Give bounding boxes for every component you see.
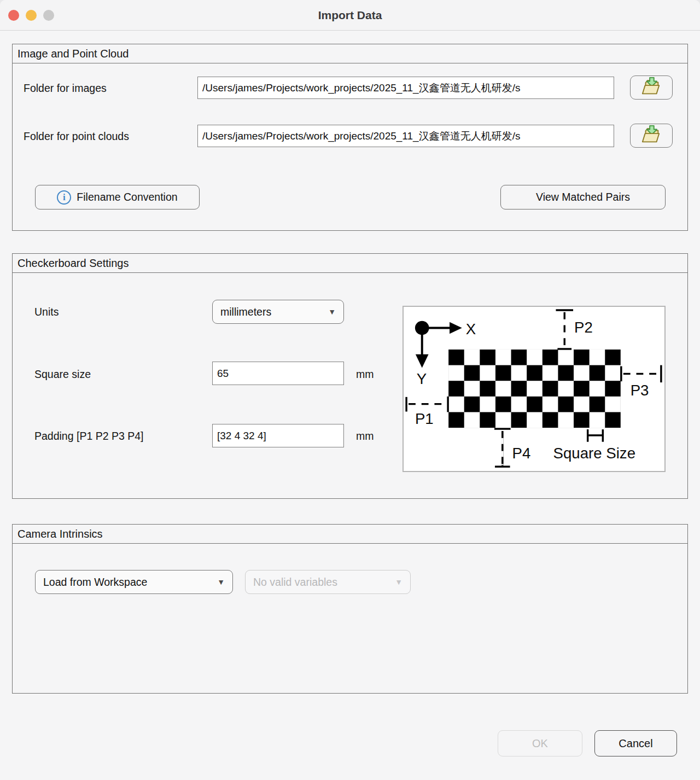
- filename-convention-label: Filename Convention: [77, 191, 177, 203]
- cancel-button[interactable]: Cancel: [594, 730, 677, 756]
- image-point-cloud-group: Image and Point Cloud Folder for images …: [12, 44, 688, 231]
- checkerboard-settings-title: Checkerboard Settings: [13, 254, 687, 273]
- folder-images-input[interactable]: [197, 77, 614, 99]
- p1-label: P1: [415, 410, 434, 427]
- chevron-down-icon: ▼: [217, 578, 225, 586]
- intrinsics-source-value: Load from Workspace: [43, 576, 147, 589]
- info-icon: i: [57, 190, 71, 205]
- y-axis-label: Y: [417, 370, 427, 387]
- folder-images-label: Folder for images: [24, 82, 107, 95]
- checkerboard-settings-group: Checkerboard Settings Units millimeters …: [12, 253, 688, 499]
- image-point-cloud-title: Image and Point Cloud: [13, 44, 687, 63]
- units-value: millimeters: [220, 306, 271, 318]
- padding-input[interactable]: [212, 424, 344, 447]
- p3-label: P3: [631, 382, 649, 399]
- import-data-dialog: Import Data Image and Point Cloud Folder…: [0, 0, 700, 780]
- p2-measure: [556, 310, 573, 349]
- checkerboard-diagram: X Y P1 P2: [402, 306, 666, 472]
- folder-point-clouds-input[interactable]: [197, 125, 614, 147]
- p2-label: P2: [574, 319, 593, 336]
- square-size-diagram-label: Square Size: [553, 445, 636, 462]
- window-title: Import Data: [0, 0, 700, 31]
- ok-button[interactable]: OK: [498, 730, 582, 756]
- checkerboard-pattern: [448, 350, 621, 428]
- title-bar: Import Data: [0, 0, 700, 31]
- p1-measure: [406, 397, 448, 412]
- camera-intrinsics-group: Camera Intrinsics Load from Workspace ▼ …: [12, 524, 688, 694]
- folder-point-clouds-label: Folder for point clouds: [24, 130, 129, 143]
- chevron-down-icon: ▼: [328, 307, 336, 316]
- intrinsics-variables-dropdown: No valid variables ▼: [245, 570, 411, 594]
- square-size-label: Square size: [34, 368, 91, 381]
- browse-images-button[interactable]: [630, 75, 673, 100]
- intrinsics-source-dropdown[interactable]: Load from Workspace ▼: [35, 570, 233, 594]
- square-size-input[interactable]: [212, 362, 344, 385]
- browse-point-clouds-button[interactable]: [630, 124, 673, 148]
- square-size-bracket: [588, 429, 603, 442]
- intrinsics-variables-value: No valid variables: [253, 576, 337, 589]
- p3-measure: [621, 365, 661, 383]
- view-matched-pairs-button[interactable]: View Matched Pairs: [500, 185, 666, 209]
- view-matched-pairs-label: View Matched Pairs: [536, 191, 630, 203]
- square-size-unit-label: mm: [356, 368, 374, 381]
- camera-intrinsics-title: Camera Intrinsics: [13, 525, 687, 544]
- open-folder-icon: [640, 77, 663, 99]
- padding-unit-label: mm: [356, 430, 374, 443]
- x-axis-label: X: [466, 321, 476, 337]
- units-label: Units: [34, 306, 59, 318]
- padding-label: Padding [P1 P2 P3 P4]: [34, 430, 143, 443]
- p4-label: P4: [512, 445, 531, 462]
- units-dropdown[interactable]: millimeters ▼: [212, 300, 344, 324]
- chevron-down-icon: ▼: [395, 578, 402, 586]
- open-folder-icon: [640, 125, 663, 147]
- filename-convention-button[interactable]: i Filename Convention: [35, 185, 200, 209]
